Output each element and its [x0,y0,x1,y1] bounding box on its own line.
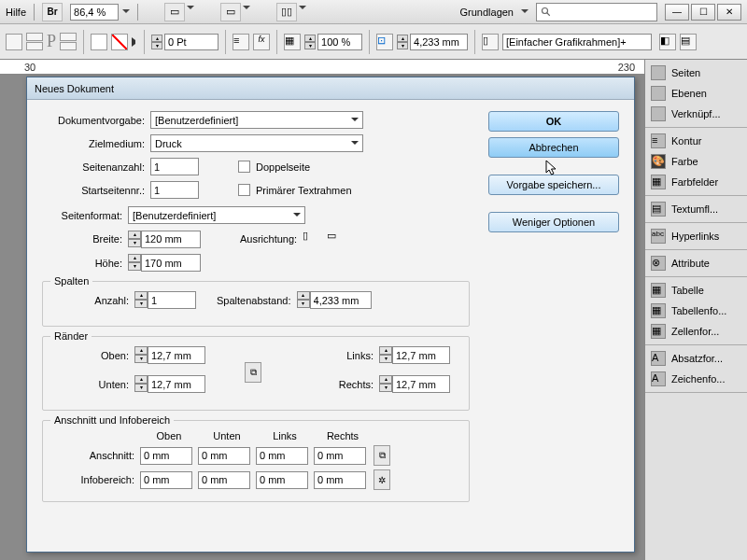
zoom-input[interactable] [70,4,119,21]
ok-button[interactable]: OK [488,111,619,132]
column-count-input[interactable] [148,291,196,309]
panel-zellenformate[interactable]: ▦Zellenfor... [645,321,747,342]
panel-seiten[interactable]: Seiten [645,63,747,83]
panel-hyperlinks[interactable]: abcHyperlinks [645,226,747,246]
slug-top-input[interactable] [140,471,192,489]
chevron-down-icon[interactable] [243,6,250,13]
height-label: Höhe: [42,258,122,269]
bleed-slug-section: Anschnitt und Infobereich Oben Unten Lin… [42,420,470,502]
height-stepper[interactable]: ▴▾ [128,254,141,272]
save-preset-button[interactable]: Vorgabe speichern... [488,175,619,195]
chevron-down-icon[interactable] [187,6,194,13]
bleed-legend: Anschnitt und Infobereich [50,414,174,426]
opacity-input[interactable] [317,34,362,50]
link-margins-icon[interactable]: ⧉ [245,362,261,383]
object-style-icon[interactable]: ▯ [482,34,499,50]
bleed-right-input[interactable] [314,447,366,465]
orientation-landscape-button[interactable]: ▭ [327,230,345,248]
panel-absatzformate[interactable]: AAbsatzfor... [645,348,747,369]
bridge-button[interactable]: Br [42,3,63,21]
pages-input[interactable] [150,158,199,175]
columns-section: Spalten Anzahl: ▴▾ Spaltenabstand: ▴▾ [42,281,470,327]
tool-icon[interactable] [60,33,77,41]
margin-bottom-input[interactable] [148,375,205,393]
slug-right-input[interactable] [314,471,366,489]
object-style-combo[interactable]: [Einfacher Grafikrahmen]+ [502,34,652,50]
gutter-input[interactable] [310,291,372,309]
panel-tabellenformate[interactable]: ▦Tabellenfo... [645,301,747,321]
width-stepper[interactable]: ▴▾ [128,231,141,248]
reference-point-icon[interactable] [6,34,22,50]
dialog-titlebar[interactable]: Neues Dokument [27,77,634,100]
panel-verknuepfungen[interactable]: Verknüpf... [645,104,747,124]
flip-h-icon[interactable] [26,33,43,41]
gutter-stepper[interactable]: ▴▾ [297,291,310,309]
view-mode-2-button[interactable]: ▭ [220,3,241,21]
zoom-dropdown-icon[interactable] [122,9,130,17]
stroke-swatch[interactable] [111,34,128,50]
panel-ebenen[interactable]: Ebenen [645,83,747,104]
margin-right-stepper[interactable]: ▴▾ [379,375,392,393]
fill-swatch[interactable] [91,34,107,50]
gap-stepper[interactable]: ▴▾ [397,35,408,49]
workspace-switcher[interactable]: Grundlagen [460,7,514,18]
minimize-button[interactable]: — [665,4,689,21]
panel-attribute[interactable]: ⊗Attribute [645,253,747,273]
margin-bottom-stepper[interactable]: ▴▾ [134,375,148,393]
stroke-weight-stepper[interactable]: ▴▾ [151,35,162,49]
margin-left-stepper[interactable]: ▴▾ [379,346,392,364]
bleed-bottom-input[interactable] [198,447,250,465]
orientation-label: Ausrichtung: [240,233,297,245]
search-input[interactable] [536,3,657,21]
view-mode-1-button[interactable]: ▭ [164,3,185,21]
view-mode-3-button[interactable]: ▯▯ [276,3,297,21]
margin-right-input[interactable] [392,375,450,393]
frame-fit-icon[interactable]: ⊡ [376,34,393,50]
bleed-left-input[interactable] [256,447,308,465]
stroke-weight-input[interactable] [164,34,218,50]
margin-top-input[interactable] [148,346,205,364]
panel-textumfluss[interactable]: ▤Textumfl... [645,199,747,219]
cancel-button[interactable]: Abbrechen [488,137,619,158]
height-input[interactable] [141,254,201,272]
chevron-down-icon[interactable] [299,6,306,13]
corner-options-icon[interactable]: ◧ [659,34,676,50]
maximize-button[interactable]: ☐ [691,4,715,21]
flip-v-icon[interactable] [26,42,43,50]
slug-left-input[interactable] [256,471,308,489]
bleed-top-input[interactable] [140,447,192,465]
slug-bottom-input[interactable] [198,471,250,489]
panel-farbe[interactable]: 🎨Farbe [645,151,747,172]
panel-tabelle[interactable]: ▦Tabelle [645,280,747,301]
panel-kontur[interactable]: ≡Kontur [645,131,747,151]
hyperlink-icon: abc [651,229,666,244]
facing-pages-checkbox[interactable] [238,161,250,173]
link-bleed-icon[interactable]: ⧉ [374,445,390,466]
primary-frame-checkbox[interactable] [238,184,250,196]
gap-input[interactable] [410,34,468,50]
orientation-portrait-button[interactable]: ▯ [303,230,321,248]
close-button[interactable]: ✕ [717,4,741,21]
panel-zeichenformate[interactable]: AZeichenfo... [645,369,747,389]
link-slug-icon[interactable]: ✲ [374,469,390,490]
margin-top-stepper[interactable]: ▴▾ [134,346,148,364]
margin-left-input[interactable] [392,346,450,364]
width-input[interactable] [141,231,201,248]
menu-icon[interactable]: ▤ [680,34,697,50]
startpage-input[interactable] [150,181,199,199]
fx-icon[interactable]: fx [253,34,270,50]
opacity-stepper[interactable]: ▴▾ [304,35,316,49]
tool-icon[interactable] [60,42,77,50]
align-icon[interactable]: ≡ [233,34,249,50]
separator [83,30,84,54]
panel-farbfelder[interactable]: ▦Farbfelder [645,172,747,192]
text-wrap-icon[interactable]: ▦ [284,34,301,50]
help-menu[interactable]: Hilfe [6,7,26,18]
doc-preset-select[interactable]: [Benutzerdefiniert] [150,111,363,129]
column-count-stepper[interactable]: ▴▾ [134,291,148,309]
pagesize-select[interactable]: [Benutzerdefiniert] [128,206,305,224]
intent-select[interactable]: Druck [150,134,363,152]
expand-icon[interactable] [132,37,137,47]
chevron-down-icon[interactable] [521,9,529,17]
fewer-options-button[interactable]: Weniger Optionen [488,212,619,232]
